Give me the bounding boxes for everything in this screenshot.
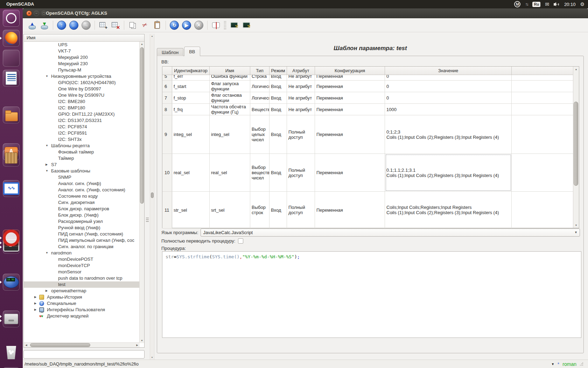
cell-num[interactable]: 9 xyxy=(162,115,172,154)
tree-item[interactable]: test xyxy=(24,281,140,288)
tree-item[interactable]: ▼Низкоуровневые устройства xyxy=(24,73,140,80)
tree-item[interactable]: ♥♥Диспетчер модулей xyxy=(24,313,140,319)
tree-item[interactable]: VKT-7 xyxy=(24,48,140,54)
cell-mode[interactable]: Вход xyxy=(270,81,287,92)
copy-item-button[interactable] xyxy=(127,20,138,30)
tree-search-input[interactable] xyxy=(23,350,145,359)
tree-item[interactable]: ▼narodmon xyxy=(24,250,140,256)
cell-id[interactable]: f_stop xyxy=(172,92,210,103)
cell-config[interactable]: Переменная xyxy=(315,92,385,103)
cell-id[interactable]: f_start xyxy=(172,81,210,92)
main-scrollbar[interactable]: ▲ ▼ xyxy=(150,34,154,360)
cell-name[interactable]: integ_sel xyxy=(210,115,250,154)
status-dropdown-arrow-icon[interactable]: ▼ xyxy=(551,362,554,366)
session-gear-icon[interactable]: ⚙ xyxy=(580,1,584,7)
go-up-button[interactable]: ↑ xyxy=(56,20,67,30)
collapsed-arrow-icon[interactable]: ▶ xyxy=(46,288,48,294)
cell-value[interactable]: 1000 xyxy=(385,104,512,115)
cell-config[interactable]: Переменная xyxy=(315,81,385,92)
tree-item[interactable]: push data to narodmon over tcp xyxy=(24,275,140,281)
dock-firefox-icon[interactable] xyxy=(3,30,20,47)
tree-horizontal-scrollbar[interactable]: ◀ ▶ xyxy=(24,342,140,347)
cell-value[interactable]: 0 xyxy=(385,75,512,80)
scrollbar-thumb[interactable] xyxy=(140,47,144,204)
procedure-code-editor[interactable]: str=SYS.strftime(SYS.time(),"%Y-%m-%d-%H… xyxy=(162,251,581,338)
tree-item[interactable]: Пульсар-М xyxy=(24,67,140,73)
scrollbar-thumb[interactable] xyxy=(30,343,90,347)
cell-type[interactable]: Строка xyxy=(250,75,270,80)
tree-item[interactable]: Расходомерный узел xyxy=(24,218,140,225)
go-forward-button[interactable]: → xyxy=(81,20,91,30)
user-name[interactable]: roman xyxy=(562,361,576,367)
tree-item[interactable]: Блок дискр. (Униф) xyxy=(24,212,140,218)
dock-archive-drawer-icon[interactable] xyxy=(3,311,20,327)
scroll-right-arrow-icon[interactable]: ▶ xyxy=(135,343,140,347)
cell-name[interactable]: Ошибка функции xyxy=(210,75,250,80)
tree-item[interactable]: GPIO|I2C: 1602A(HD44780) xyxy=(24,80,140,86)
tree-item[interactable]: I2C: PCF8574 xyxy=(24,124,140,130)
cell-attr[interactable]: Полный доступ xyxy=(287,115,315,154)
keyboard-layout-indicator[interactable]: Ru xyxy=(532,2,540,7)
scroll-up-arrow-icon[interactable]: ▲ xyxy=(150,35,154,37)
dock-wooden-archive-icon[interactable] xyxy=(3,150,20,166)
tree-item[interactable]: One Wire by DS9097 xyxy=(24,86,140,92)
tree-item[interactable]: UPS xyxy=(24,42,140,48)
clock[interactable]: 20:10 xyxy=(564,2,576,7)
tree-item[interactable]: monDeviceTCP xyxy=(24,263,140,269)
dock-dash-home-icon[interactable] xyxy=(3,10,20,27)
manual-button[interactable] xyxy=(211,20,221,30)
tab-template[interactable]: Шаблон xyxy=(157,48,183,56)
cell-type[interactable]: Веществе xyxy=(250,104,270,115)
translate-procedure-checkbox[interactable] xyxy=(238,238,243,244)
tree-item[interactable]: ПИД импульсный сигнал (Униф, сос xyxy=(24,237,140,244)
remove-item-button[interactable]: ✕ xyxy=(110,20,121,30)
cell-value[interactable]: 0.1;1.1;2.1;3.1Coils (1);Input Coils (2)… xyxy=(385,154,512,191)
cell-id[interactable]: str_sel xyxy=(172,192,210,228)
tree-item[interactable]: ▶Интерфейсы Пользователя xyxy=(24,307,140,313)
cell-attr[interactable]: Не атрибут xyxy=(287,92,315,103)
cell-value[interactable]: 0 xyxy=(385,92,512,103)
tree-item[interactable]: Меркурий 200 xyxy=(24,54,140,61)
cell-num[interactable]: 7 xyxy=(162,92,172,103)
about-qt-button[interactable] xyxy=(241,20,252,30)
cell-type[interactable]: Логическ xyxy=(250,81,270,92)
expanded-arrow-icon[interactable]: ▼ xyxy=(46,168,48,174)
tree-item[interactable]: ПИД сигнал (Униф, состояния) xyxy=(24,231,140,237)
dock-text-document-icon[interactable] xyxy=(3,70,20,87)
refresh-button[interactable]: ↻ xyxy=(169,20,180,30)
tree-item[interactable]: Сигн. аналог. по границам xyxy=(24,244,140,250)
tree-item[interactable]: ▼Шаблоны рецепта xyxy=(24,143,140,149)
cell-name[interactable]: Частота обсчёта функции (Гц) xyxy=(210,104,250,115)
cell-attr[interactable]: Полный доступ xyxy=(287,192,315,228)
tree-item[interactable]: Фоновый таймер xyxy=(24,149,140,155)
cell-mode[interactable]: Вход xyxy=(270,104,287,115)
tree-item[interactable]: One Wire by DS9097U xyxy=(24,92,140,98)
panel-splitter[interactable] xyxy=(145,34,150,360)
tree-item[interactable]: I2C: PCF8591 xyxy=(24,130,140,136)
cell-config[interactable]: Переменная xyxy=(315,75,385,80)
cell-id[interactable]: integ_sel xyxy=(172,115,210,154)
cell-id[interactable]: f_err xyxy=(172,75,210,80)
tree-item[interactable]: I2C: BMP180 xyxy=(24,105,140,111)
cell-mode[interactable]: Вход xyxy=(270,92,287,103)
cell-name[interactable]: srt_sel xyxy=(210,192,250,228)
cell-num[interactable]: 11 xyxy=(162,192,172,228)
tree-vertical-scrollbar[interactable]: ▲ ▼ xyxy=(139,42,144,343)
scrollbar-thumb[interactable] xyxy=(574,102,578,186)
cell-name[interactable]: Флаг запуска функции xyxy=(210,81,250,92)
cell-attr[interactable]: Не атрибут xyxy=(287,104,315,115)
tree-item[interactable]: Ручной ввод (Униф) xyxy=(24,225,140,231)
toolbar-handle[interactable] xyxy=(224,21,226,29)
cell-mode[interactable]: Вход xyxy=(270,192,287,228)
scrollbar-thumb[interactable] xyxy=(151,192,154,198)
cell-type[interactable]: Выбор строк xyxy=(250,192,270,228)
expanded-arrow-icon[interactable]: ▼ xyxy=(46,73,48,80)
program-language-select[interactable]: JavaLikeCalc.JavaScript ▼ xyxy=(201,229,580,237)
tree-item[interactable]: ▶?Специальные xyxy=(24,300,140,307)
collapsed-arrow-icon[interactable]: ▶ xyxy=(34,300,36,307)
cell-num[interactable]: 10 xyxy=(162,154,172,191)
tree-item[interactable]: Сигн. дискретная xyxy=(24,199,140,206)
cell-id[interactable]: f_frq xyxy=(172,104,210,115)
dock-disk-usage-analyzer-icon[interactable] xyxy=(3,50,20,67)
cell-num[interactable]: 8 xyxy=(162,104,172,115)
